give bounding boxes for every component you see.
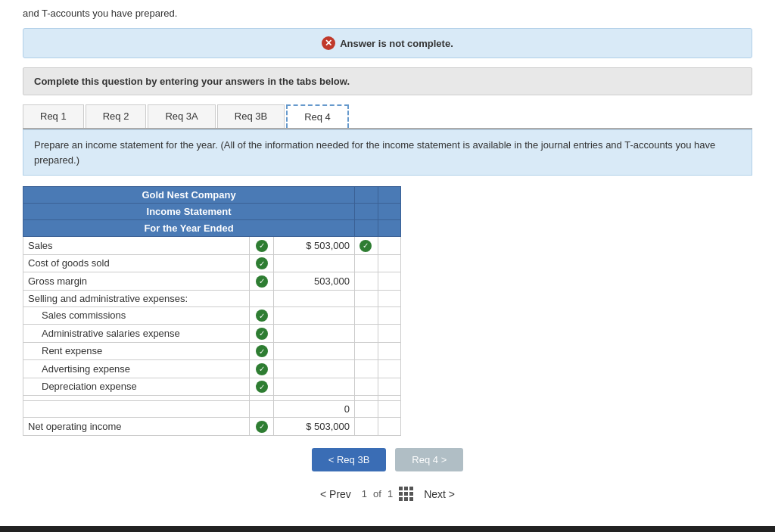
row-label (23, 396, 250, 401)
check-icon: ✓ (256, 240, 268, 252)
spacer (378, 360, 401, 378)
row-value (274, 306, 355, 325)
tab-req4[interactable]: Req 4 (286, 104, 349, 128)
table-row: Sales commissions ✓ (23, 306, 401, 325)
pagination: < Prev 1 of 1 Next > (23, 487, 752, 502)
header-period: For the Year Ended (23, 220, 401, 237)
table-row: Selling and administrative expenses: (23, 290, 401, 306)
row-label-indent: Administrative salaries expense (23, 325, 250, 343)
table-row: Rent expense ✓ (23, 342, 401, 360)
spacer (355, 360, 378, 378)
check-icon: ✓ (256, 257, 268, 269)
spacer (378, 401, 401, 418)
check-cell: ✓ (250, 342, 274, 360)
row-value (274, 325, 355, 343)
row-label: Selling and administrative expenses: (23, 290, 250, 306)
table-row-empty (23, 396, 401, 401)
prev-req-button[interactable]: < Req 3B (312, 448, 387, 471)
spacer (378, 325, 401, 343)
tab-req1[interactable]: Req 1 (23, 104, 84, 128)
statement-wrapper: Gold Nest Company Income Statement For t… (23, 186, 752, 436)
spacer (355, 418, 378, 436)
spacer (355, 396, 378, 401)
check-icon: ✓ (256, 275, 268, 288)
row-label: Gross margin (23, 272, 250, 291)
spacer (378, 306, 401, 325)
tab-req3a[interactable]: Req 3A (148, 104, 215, 128)
check-cell: ✓ (250, 272, 274, 291)
check-cell (250, 290, 274, 306)
answer-banner: ✕ Answer is not complete. (23, 28, 752, 58)
row-label: Sales (23, 237, 250, 255)
check-cell (250, 396, 274, 401)
page-separator: of (373, 488, 381, 499)
check-cell: ✓ (250, 360, 274, 378)
row-value (274, 360, 355, 378)
check-icon: ✓ (256, 345, 268, 357)
nav-buttons: < Req 3B Req 4 > (23, 448, 752, 471)
row-value: 0 (274, 401, 355, 418)
income-statement-table: Gold Nest Company Income Statement For t… (23, 186, 401, 436)
row-value: $ 503,000 (274, 237, 355, 255)
header-company: Gold Nest Company (23, 187, 401, 204)
spacer (378, 418, 401, 436)
spacer (378, 237, 401, 255)
check-icon: ✓ (256, 310, 268, 322)
check-cell (250, 401, 274, 418)
row-label: Cost of goods sold (23, 254, 250, 272)
tab-req3b[interactable]: Req 3B (217, 104, 285, 128)
spacer (378, 378, 401, 396)
table-row: Gross margin ✓ 503,000 (23, 272, 401, 291)
check-cell: ✓ (250, 378, 274, 396)
row-value (274, 342, 355, 360)
row-value-net: $ 503,000 (274, 418, 355, 436)
extra-cell-3 (355, 204, 378, 220)
bottom-bar (0, 526, 775, 533)
row-value (274, 396, 355, 401)
check-icon: ✓ (256, 363, 268, 375)
tab-req2[interactable]: Req 2 (86, 104, 147, 128)
table-row-subtotal: 0 (23, 401, 401, 418)
table-row: Sales ✓ $ 503,000 ✓ (23, 237, 401, 255)
page-total: 1 (388, 488, 393, 499)
extra-cell-4 (378, 204, 401, 220)
table-row: Administrative salaries expense ✓ (23, 325, 401, 343)
table-row: Cost of goods sold ✓ (23, 254, 401, 272)
row-value (274, 378, 355, 396)
row-label-net: Net operating income (23, 418, 250, 436)
page-current: 1 (362, 488, 367, 499)
row-label-indent: Sales commissions (23, 306, 250, 325)
row-label-indent: Advertising expense (23, 360, 250, 378)
table-row-total: Net operating income ✓ $ 503,000 (23, 418, 401, 436)
spacer (378, 254, 401, 272)
spacer (355, 306, 378, 325)
statement-period: For the Year Ended (23, 220, 355, 237)
statement-title: Income Statement (23, 204, 355, 220)
spacer (378, 290, 401, 306)
prev-page-button[interactable]: < Prev (316, 487, 356, 502)
header-title: Income Statement (23, 204, 401, 220)
grid-icon[interactable] (399, 487, 413, 501)
top-text: and T-accounts you have prepared. (23, 8, 752, 19)
banner-text: Answer is not complete. (340, 38, 453, 49)
extra-cell-2 (378, 187, 401, 204)
question-instruction: Prepare an income statement for the year… (23, 129, 752, 176)
extra-cell-1 (355, 187, 378, 204)
check-cell: ✓ (250, 418, 274, 436)
check-icon-2: ✓ (359, 240, 372, 252)
next-page-button[interactable]: Next > (419, 487, 459, 502)
spacer (355, 254, 378, 272)
extra-cell-6 (378, 220, 401, 237)
spacer (355, 325, 378, 343)
extra-cell-5 (355, 220, 378, 237)
spacer (378, 272, 401, 291)
tabs-container: Req 1 Req 2 Req 3A Req 3B Req 4 (23, 104, 752, 129)
check-cell: ✓ (250, 306, 274, 325)
check-cell: ✓ (250, 325, 274, 343)
next-req-button[interactable]: Req 4 > (395, 448, 463, 471)
row-value (274, 254, 355, 272)
table-row: Advertising expense ✓ (23, 360, 401, 378)
check-icon: ✓ (256, 421, 268, 433)
error-icon: ✕ (322, 36, 335, 50)
complete-bar: Complete this question by entering your … (23, 67, 752, 95)
